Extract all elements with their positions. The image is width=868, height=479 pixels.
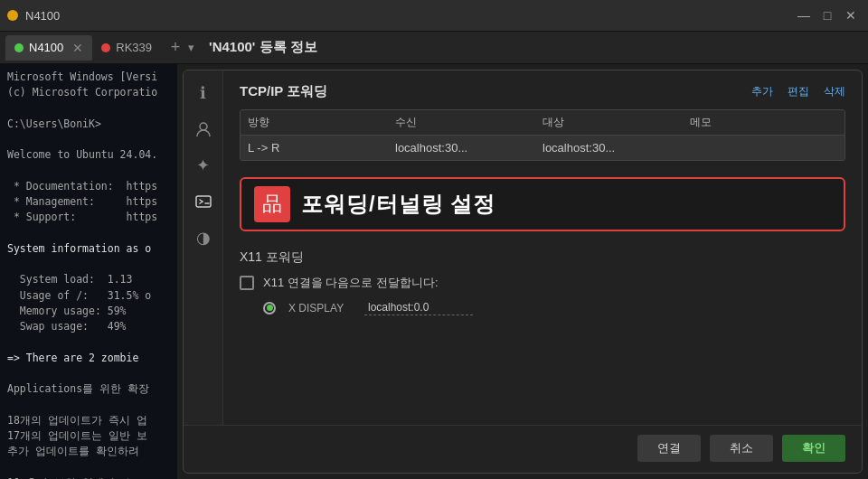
tab-n4100[interactable]: N4100 ✕	[5, 35, 92, 61]
radio-inner	[267, 305, 273, 311]
term-line-15: Swap usage: 49%	[7, 319, 170, 334]
x11-display-row: X DISPLAY	[263, 300, 845, 315]
term-line-14: Memory usage: 59%	[7, 304, 170, 319]
term-line-16	[7, 334, 170, 350]
x-display-input[interactable]	[364, 300, 473, 315]
term-line-23	[7, 459, 170, 474]
main-layout: Microsoft Windows [Versi (c) Microsoft C…	[0, 64, 868, 479]
connect-button[interactable]: 연결	[637, 435, 701, 462]
x11-title: X11 포워딩	[240, 249, 845, 266]
forwarding-icon: 品	[254, 186, 290, 222]
content-panel: TCP/IP 포워딩 추가 편집 삭제 방향 수신 대상 메모	[223, 70, 862, 425]
cell-direction: L -> R	[248, 141, 395, 155]
maximize-button[interactable]: □	[817, 5, 837, 25]
tcpip-title: TCP/IP 포워딩	[240, 83, 751, 100]
confirm-button[interactable]: 확인	[782, 435, 845, 462]
sidebar-info-btn[interactable]: ℹ	[188, 78, 219, 108]
col-direction: 방향	[248, 115, 395, 130]
cell-dst: localhost:30...	[542, 141, 690, 155]
x11-checkbox[interactable]	[240, 276, 254, 290]
tab-dot-rk339	[101, 43, 110, 52]
cell-src: localhost:30...	[395, 141, 542, 155]
dialog-wrapper: ℹ ✦ ◑	[183, 70, 863, 474]
term-line-1: (c) Microsoft Corporatio	[7, 85, 170, 100]
term-line-sysinfo: System information as o	[7, 241, 170, 257]
tab-rk339[interactable]: RK339	[92, 35, 161, 61]
table-header: 방향 수신 대상 메모	[241, 110, 844, 136]
term-line-7: * Documentation: https	[7, 179, 170, 194]
tcpip-delete-btn[interactable]: 삭제	[824, 84, 845, 99]
tab-rk339-label: RK339	[116, 41, 152, 54]
tab-add-button[interactable]: +	[165, 37, 186, 59]
tab-dot-n4100	[14, 43, 24, 52]
col-src: 수신	[395, 115, 542, 130]
tab-close-n4100[interactable]: ✕	[72, 41, 83, 55]
dialog-footer: 연결 취소 확인	[184, 425, 862, 473]
sidebar-shield-btn[interactable]: ◑	[188, 222, 219, 253]
term-line-2	[7, 101, 170, 117]
term-line-20: 18개의 업데이트가 즉시 업	[7, 413, 170, 428]
tcpip-section-header: TCP/IP 포워딩 추가 편집 삭제	[240, 83, 845, 100]
terminal-pane: Microsoft Windows [Versi (c) Microsoft C…	[0, 64, 177, 479]
close-button[interactable]: ✕	[841, 5, 861, 25]
term-line-13: Usage of /: 31.5% o	[7, 288, 170, 304]
term-line-17	[7, 366, 170, 381]
icon-sidebar: ℹ ✦ ◑	[184, 70, 223, 425]
term-line-0: Microsoft Windows [Versi	[7, 70, 170, 85]
term-line-6	[7, 164, 170, 179]
tcpip-edit-btn[interactable]: 편집	[788, 84, 809, 99]
titlebar-title: N4100	[25, 9, 794, 23]
col-memo: 메모	[690, 115, 837, 130]
dialog-inner: ℹ ✦ ◑	[184, 70, 862, 425]
x-display-label: X DISPLAY	[288, 302, 352, 315]
sidebar-tool-btn[interactable]: ✦	[188, 150, 219, 181]
term-line-18: Applications를 위한 확장	[7, 381, 170, 397]
tab-arrow-button[interactable]: ▾	[188, 41, 194, 54]
tcpip-actions: 추가 편집 삭제	[751, 84, 845, 99]
term-line-19	[7, 397, 170, 412]
x11-section: X11 포워딩 X11 연결을 다음으로 전달합니다: X DISPLAY	[240, 249, 845, 315]
term-line-zombie: => There are 2 zombie	[7, 351, 170, 366]
minimize-button[interactable]: —	[794, 5, 814, 25]
tabbar: N4100 ✕ RK339 + ▾ 'N4100' 등록 정보	[0, 32, 868, 64]
forwarding-icon-symbol: 品	[262, 191, 282, 218]
term-line-12: System load: 1.13	[7, 272, 170, 287]
sidebar-terminal-btn[interactable]	[188, 186, 219, 217]
cancel-button[interactable]: 취소	[710, 435, 773, 462]
dialog-title: 'N4100' 등록 정보	[209, 39, 317, 56]
term-line-24: 10 추가 보안 업데이트는	[7, 475, 170, 480]
term-line-9: * Support: https	[7, 210, 170, 225]
x11-checkbox-row: X11 연결을 다음으로 전달합니다:	[240, 275, 845, 291]
term-line-11	[7, 257, 170, 272]
titlebar-controls: — □ ✕	[794, 5, 861, 25]
term-line-22: 추가 업데이트를 확인하려	[7, 444, 170, 459]
tcpip-add-btn[interactable]: 추가	[751, 84, 773, 99]
table-row[interactable]: L -> R localhost:30... localhost:30...	[241, 136, 844, 160]
svg-point-0	[200, 123, 207, 130]
tab-n4100-label: N4100	[29, 41, 63, 54]
forwarding-title: 포워딩/터널링 설정	[301, 190, 495, 219]
term-line-10	[7, 226, 170, 241]
col-dst: 대상	[542, 115, 690, 130]
tcpip-table: 방향 수신 대상 메모 L -> R localhost:30... local…	[240, 109, 845, 161]
titlebar-dot	[7, 10, 18, 21]
term-line-5: Welcome to Ubuntu 24.04.	[7, 147, 170, 163]
term-line-21: 17개의 업데이트는 일반 보	[7, 428, 170, 444]
cell-memo	[690, 141, 837, 155]
term-line-8: * Management: https	[7, 194, 170, 210]
term-line-4	[7, 132, 170, 147]
x11-radio-btn[interactable]	[263, 302, 276, 315]
term-line-3: C:\Users\BoniK>	[7, 117, 170, 132]
forwarding-banner: 品 포워딩/터널링 설정	[240, 177, 845, 231]
titlebar: N4100 — □ ✕	[0, 0, 868, 32]
sidebar-user-btn[interactable]	[188, 114, 219, 145]
x11-checkbox-label: X11 연결을 다음으로 전달합니다:	[263, 275, 439, 291]
